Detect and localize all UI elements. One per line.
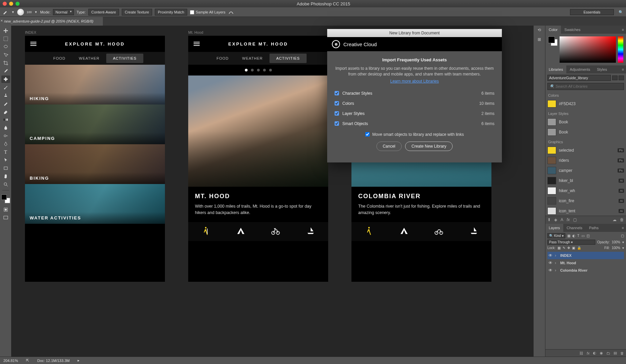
marquee-tool[interactable] (1, 35, 10, 42)
quick-select-tool[interactable] (1, 51, 10, 59)
pen-tool[interactable] (1, 140, 10, 148)
fx-icon[interactable]: fx (567, 217, 570, 222)
tab-styles[interactable]: Styles (594, 65, 610, 73)
zoom-level[interactable]: 204.81% (3, 359, 18, 363)
properties-panel-icon[interactable]: ⊞ (538, 37, 541, 42)
create-texture-button[interactable]: Create Texture (122, 9, 152, 16)
visibility-icon[interactable]: 👁 (548, 261, 553, 265)
lock-all-icon[interactable]: 🔒 (577, 246, 581, 250)
library-item[interactable]: hiker_blAi (547, 176, 624, 186)
link-layers-icon[interactable]: ⛓ (579, 351, 583, 355)
library-item[interactable]: Book (547, 117, 624, 127)
crop-tool[interactable] (1, 59, 10, 67)
create-library-button[interactable]: Create New Library (405, 142, 453, 151)
lock-transparency-icon[interactable]: ▦ (558, 246, 561, 250)
blur-tool[interactable] (1, 124, 10, 131)
cancel-button[interactable]: Cancel (376, 142, 402, 151)
visibility-icon[interactable]: 👁 (548, 268, 553, 273)
gradient-tool[interactable] (1, 116, 10, 123)
tab-color[interactable]: Color (545, 26, 561, 34)
new-group-icon[interactable]: 🗀 (606, 351, 610, 355)
clone-stamp-tool[interactable] (1, 92, 10, 99)
filter-adjust-icon[interactable]: ◐ (572, 234, 575, 238)
layer-fx-icon[interactable]: fx (587, 351, 590, 355)
library-item[interactable]: hiker_whAi (547, 186, 624, 196)
library-item[interactable]: Book (547, 127, 624, 137)
fill-icon[interactable]: ▢ (573, 217, 577, 222)
char-style-icon[interactable]: A (561, 217, 563, 222)
close-tab-icon[interactable]: × (0, 19, 4, 23)
library-search-input[interactable]: 🔍 Search All Libraries (547, 83, 624, 90)
rectangle-tool[interactable] (1, 164, 10, 172)
tab-libraries[interactable]: Libraries (545, 65, 566, 73)
library-select[interactable]: AdventureGuide_library (547, 75, 611, 81)
tab-layers[interactable]: Layers (545, 224, 563, 232)
document-tab[interactable]: × new_adventure-guide-2.psd @ 205% (INDE… (0, 17, 103, 26)
new-layer-icon[interactable]: ▤ (614, 351, 617, 355)
trash-icon[interactable]: 🗑 (620, 217, 624, 222)
chevron-right-icon[interactable]: › (555, 253, 558, 258)
chevron-right-icon[interactable]: › (555, 261, 558, 265)
eraser-tool[interactable] (1, 108, 10, 115)
fill-value[interactable]: 100% (611, 246, 620, 250)
library-item[interactable]: icon_tentAi (547, 206, 624, 216)
lasso-tool[interactable] (1, 43, 10, 51)
filter-type-icon[interactable]: T (577, 234, 579, 238)
panel-menu-icon[interactable]: ≡ (620, 65, 626, 73)
color-fgbg[interactable] (548, 36, 558, 46)
chevron-down-icon[interactable]: ▼ (11, 10, 15, 14)
lock-position-icon[interactable]: ✥ (567, 246, 570, 250)
visibility-icon[interactable]: 👁 (548, 253, 553, 258)
hue-slider[interactable] (618, 36, 623, 63)
path-select-tool[interactable] (1, 156, 10, 164)
layer-mask-icon[interactable]: ◐ (593, 351, 596, 355)
healing-brush-tool[interactable] (1, 75, 10, 83)
close-window-button[interactable] (3, 2, 7, 6)
learn-more-link[interactable]: Learn more about Libraries (334, 79, 495, 84)
delete-layer-icon[interactable]: 🗑 (620, 351, 624, 355)
layer-row[interactable]: 👁›INDEX (547, 252, 624, 259)
library-item[interactable]: icon_fireAi (547, 196, 624, 206)
pressure-icon[interactable] (228, 9, 234, 15)
proximity-match-button[interactable]: Proximity Match (155, 9, 187, 16)
panel-menu-icon[interactable]: ≡ (620, 26, 626, 34)
list-view-icon[interactable] (619, 75, 624, 80)
opacity-value[interactable]: 100% (611, 240, 620, 244)
cloud-icon[interactable]: ☁ (613, 217, 617, 222)
lock-artboard-icon[interactable]: ▣ (572, 246, 575, 250)
panel-menu-icon[interactable]: ≡ (620, 224, 626, 232)
type-tool[interactable]: T (1, 148, 10, 156)
move-smart-objects-checkbox[interactable] (365, 132, 370, 136)
history-brush-tool[interactable] (1, 100, 10, 107)
move-tool[interactable] (1, 27, 10, 34)
blend-mode-select[interactable]: Normal ▼ (53, 9, 74, 15)
brush-preview[interactable] (17, 9, 24, 16)
new-fill-icon[interactable]: ◉ (600, 351, 603, 355)
library-item[interactable]: camperPs (547, 165, 624, 176)
foreground-background-colors[interactable] (1, 194, 10, 203)
tab-channels[interactable]: Channels (563, 224, 586, 232)
filter-toggle[interactable]: ▢ (621, 234, 624, 238)
tab-adjustments[interactable]: Adjustments (566, 65, 594, 73)
chevron-down-icon[interactable]: ▼ (34, 10, 37, 14)
color-spectrum[interactable] (560, 36, 616, 63)
import-asset-row[interactable]: Colors10 items (334, 98, 495, 109)
filter-smart-icon[interactable]: ◫ (587, 234, 590, 238)
library-item[interactable]: #F5D423 (547, 99, 624, 109)
content-aware-button[interactable]: Content-Aware (88, 9, 119, 16)
export-icon[interactable]: ⇱ (26, 358, 29, 363)
add-from-icon[interactable]: ◈ (554, 217, 557, 222)
import-asset-row[interactable]: Layer Styles2 items (334, 109, 495, 119)
eyedropper-tool[interactable] (1, 67, 10, 75)
search-icon[interactable]: 🔍 (619, 10, 623, 14)
import-asset-row[interactable]: Character Styles6 items (334, 88, 495, 98)
zoom-window-button[interactable] (16, 2, 20, 6)
import-asset-row[interactable]: Smart Objects6 items (334, 119, 495, 129)
quick-mask-tool[interactable] (1, 206, 10, 213)
filter-kind-select[interactable]: 🔍 Kind ▾ (547, 233, 565, 238)
dodge-tool[interactable] (1, 132, 10, 140)
filter-shape-icon[interactable]: ▭ (581, 234, 585, 238)
status-menu-icon[interactable]: ▸ (78, 358, 80, 363)
grid-view-icon[interactable] (612, 75, 618, 80)
add-asset-icon[interactable]: ⬆ (547, 217, 551, 222)
